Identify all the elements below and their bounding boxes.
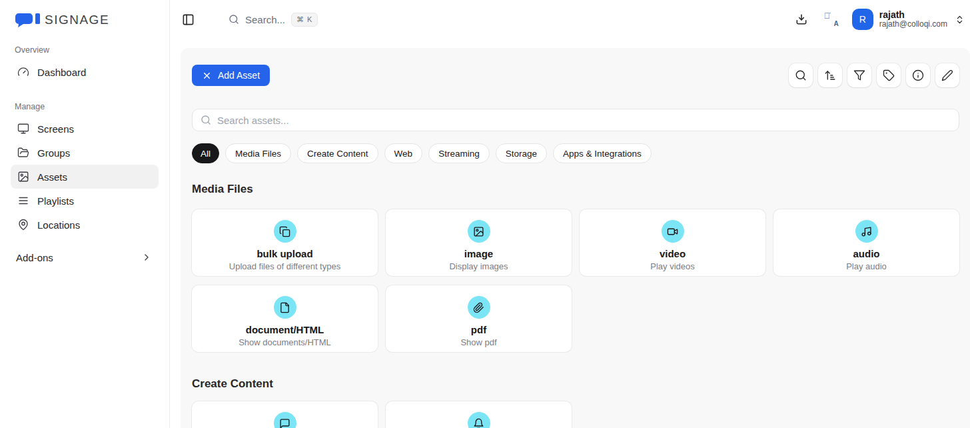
info-icon	[912, 69, 924, 81]
chip-streaming[interactable]: Streaming	[428, 143, 490, 163]
sidebar-item-addons[interactable]: Add-ons	[11, 245, 159, 269]
user-menu[interactable]: R rajath rajath@colloqi.com	[852, 9, 965, 30]
image-icon	[17, 171, 29, 183]
sidebar-item-label: Assets	[37, 171, 67, 183]
card-subtitle: Upload files of different types	[229, 261, 340, 271]
sidebar-item-dashboard[interactable]: Dashboard	[11, 60, 159, 84]
tag-icon	[883, 69, 895, 81]
global-search-placeholder: Search...	[245, 14, 285, 25]
copy-icon	[274, 220, 296, 243]
sidebar-item-screens[interactable]: Screens	[11, 117, 159, 141]
message-square-icon	[274, 412, 296, 428]
card-subtitle: Play videos	[650, 261, 694, 271]
section-title-create-content: Create Content	[192, 377, 959, 391]
sidebar: SIGNAGE Overview Dashboard Manage Screen…	[0, 0, 170, 428]
asset-card-audio[interactable]: audio Play audio	[773, 209, 959, 276]
gauge-icon	[17, 66, 29, 78]
asset-search-field	[192, 109, 959, 131]
sidebar-nav: Overview Dashboard Manage Screens Groups	[0, 45, 169, 269]
section-title-media-files: Media Files	[192, 183, 959, 196]
asset-card-image[interactable]: image Display images	[386, 209, 572, 276]
chip-web[interactable]: Web	[384, 143, 423, 163]
asset-toolbar	[789, 63, 959, 87]
nav-section-overview: Overview	[15, 45, 159, 55]
map-pin-icon	[17, 219, 29, 231]
asset-card-message[interactable]	[192, 401, 378, 428]
panel-left-icon	[182, 13, 195, 26]
card-subtitle: Show documents/HTML	[239, 337, 331, 347]
search-icon	[201, 115, 211, 125]
sort-button[interactable]	[818, 63, 842, 87]
asset-card-document-html[interactable]: document/HTML Show documents/HTML	[192, 285, 378, 352]
global-search[interactable]: Search... ⌘ K	[229, 13, 318, 27]
card-title: audio	[853, 248, 880, 259]
bell-icon	[468, 412, 490, 428]
translate-icon: 文̇	[824, 11, 830, 21]
music-icon	[855, 220, 878, 243]
sidebar-item-label: Dashboard	[37, 67, 86, 78]
chevron-right-icon	[141, 252, 152, 263]
sidebar-item-label: Groups	[37, 147, 70, 159]
filter-chips: All Media Files Create Content Web Strea…	[192, 143, 959, 163]
topbar-right: 文̇ A R rajath rajath@colloqi.com	[795, 9, 965, 30]
pencil-icon	[941, 69, 953, 81]
sort-ascending-icon	[824, 69, 836, 81]
card-title: pdf	[471, 324, 486, 335]
asset-card-video[interactable]: video Play videos	[580, 209, 765, 276]
card-title: bulk upload	[256, 248, 312, 259]
chip-create-content[interactable]: Create Content	[297, 143, 378, 163]
card-subtitle: Show pdf	[460, 337, 496, 347]
download-button[interactable]	[795, 13, 808, 26]
user-email: rajath@colloqi.com	[879, 20, 947, 29]
chip-media-files[interactable]: Media Files	[225, 143, 291, 163]
sidebar-item-groups[interactable]: Groups	[11, 141, 159, 165]
asset-search-input[interactable]	[217, 115, 951, 126]
search-tool-button[interactable]	[789, 63, 813, 87]
list-icon	[17, 195, 29, 207]
panel-header: Add Asset	[192, 63, 959, 87]
sidebar-toggle-button[interactable]	[182, 13, 195, 26]
sidebar-item-locations[interactable]: Locations	[11, 213, 159, 237]
video-icon	[662, 220, 684, 243]
info-button[interactable]	[906, 63, 930, 87]
tag-button[interactable]	[877, 63, 901, 87]
sidebar-item-label: Playlists	[37, 195, 74, 207]
keyboard-shortcut-badge: ⌘ K	[291, 13, 318, 27]
card-title: document/HTML	[246, 324, 324, 335]
card-subtitle: Display images	[449, 261, 508, 271]
media-files-grid: bulk upload Upload files of different ty…	[192, 209, 959, 352]
asset-card-pdf[interactable]: pdf Show pdf	[386, 285, 572, 352]
card-title: image	[464, 248, 493, 259]
file-icon	[274, 296, 296, 319]
addons-label: Add-ons	[16, 252, 53, 263]
translate-button[interactable]: 文̇ A	[824, 12, 839, 27]
chip-apps-integrations[interactable]: Apps & Integrations	[553, 143, 652, 163]
filter-button[interactable]	[847, 63, 871, 87]
user-meta: rajath rajath@colloqi.com	[879, 9, 947, 29]
translate-icon-letter: A	[834, 20, 839, 27]
nav-section-manage: Manage	[15, 102, 159, 111]
folder-open-icon	[17, 147, 29, 159]
download-icon	[795, 13, 808, 26]
add-asset-label: Add Asset	[218, 70, 260, 81]
asset-card-bulk-upload[interactable]: bulk upload Upload files of different ty…	[192, 209, 378, 276]
search-icon	[229, 14, 239, 25]
sidebar-item-assets[interactable]: Assets	[11, 165, 159, 189]
sidebar-item-label: Locations	[37, 219, 80, 231]
card-subtitle: Play audio	[846, 261, 887, 271]
chip-all[interactable]: All	[192, 143, 219, 163]
app-logo[interactable]: SIGNAGE	[0, 0, 169, 27]
sidebar-item-label: Screens	[37, 123, 74, 135]
sidebar-item-playlists[interactable]: Playlists	[11, 189, 159, 213]
add-asset-button[interactable]: Add Asset	[192, 65, 270, 86]
search-icon	[795, 69, 807, 81]
user-name: rajath	[879, 9, 947, 20]
edit-button[interactable]	[935, 63, 959, 87]
image-icon	[468, 220, 490, 243]
asset-card-notice[interactable]	[386, 401, 572, 428]
filter-icon	[853, 69, 865, 81]
pisignage-logo-icon	[15, 13, 43, 27]
assets-panel: Add Asset	[181, 48, 970, 428]
close-icon	[202, 71, 212, 81]
chip-storage[interactable]: Storage	[496, 143, 547, 163]
